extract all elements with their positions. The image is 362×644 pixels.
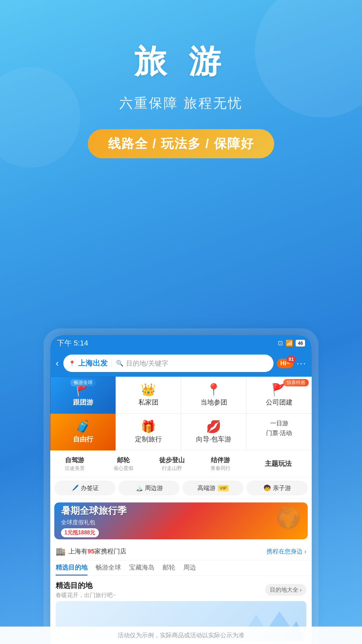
dest-subtitle: 春暖花开，出门旅行吧~ bbox=[56, 591, 116, 599]
search-bar[interactable]: 📍 上海出发 🔍 目的地/关键字 bbox=[63, 355, 274, 372]
row-item-hiking[interactable]: 徒步登山 行走山野 bbox=[147, 453, 196, 474]
theme-label: 主题玩法 bbox=[265, 459, 292, 468]
store-count: 95 bbox=[87, 548, 95, 555]
search-input[interactable]: 目的地/关键字 bbox=[126, 359, 168, 368]
search-magnifier-icon: 🔍 bbox=[116, 360, 123, 367]
local-tour-label: 当地参团 bbox=[200, 398, 227, 407]
tab-nearby[interactable]: 周边 bbox=[183, 563, 196, 576]
notification-badge: 81 bbox=[287, 356, 296, 363]
dest-header-text: 精选目的地 春暖花开，出门旅行吧~ bbox=[56, 581, 116, 599]
vip-badge: VIP bbox=[218, 485, 229, 491]
daytrip-label: 一日游 bbox=[270, 419, 288, 428]
tab-cruise[interactable]: 邮轮 bbox=[163, 563, 175, 576]
tag-row-section: 🖊️ 办签证 🏔️ 周边游 高端游 VIP 🧒 亲子游 bbox=[50, 477, 312, 499]
tag-nearby[interactable]: 🏔️ 周边游 bbox=[118, 481, 180, 495]
category-group-tour[interactable]: 畅游全球 🚩 跟团游 bbox=[50, 377, 116, 414]
hiking-label: 徒步登山 bbox=[159, 456, 185, 465]
row-item-cruise[interactable]: 邮轮 省心度假 bbox=[99, 453, 147, 474]
self-drive-label: 自驾游 bbox=[65, 456, 84, 465]
category-custom-trip[interactable]: 🎁 定制旅行 bbox=[116, 414, 181, 450]
companion-label: 结伴游 bbox=[211, 456, 230, 465]
group-tour-badge: 畅游全球 bbox=[70, 379, 96, 386]
local-tour-icon: 📍 bbox=[206, 384, 221, 396]
luxury-label: 高端游 bbox=[197, 484, 216, 492]
phone-container: 下午 5:14 ⊡ 📶 46 ‹ 📍 上海出发 🔍 目的地/关键字 Hi~ 81 bbox=[44, 328, 318, 644]
nav-actions: Hi~ 81 ··· bbox=[277, 358, 306, 369]
store-left: 🏬 上海有95家携程门店 bbox=[56, 547, 126, 556]
row-item-companion[interactable]: 结伴游 青春同行 bbox=[196, 453, 245, 474]
store-link[interactable]: 携程在您身边 › bbox=[266, 547, 306, 555]
private-tour-icon: 👑 bbox=[141, 384, 156, 396]
category-free-trip[interactable]: 🧳 自由行 bbox=[50, 414, 116, 450]
status-time: 下午 5:14 bbox=[57, 338, 88, 348]
free-trip-label: 自由行 bbox=[73, 435, 93, 444]
category-daytrip[interactable]: 一日游 门票·活动 bbox=[246, 414, 312, 450]
store-text: 上海有95家携程门店 bbox=[68, 547, 126, 556]
corporate-badge: 惊喜特惠 bbox=[283, 379, 309, 386]
category-guide-car[interactable]: 💋 向导·包车游 bbox=[181, 414, 246, 450]
dest-title: 精选目的地 bbox=[56, 581, 116, 591]
banner-subtitle: 全球度假礼包 bbox=[61, 519, 127, 526]
family-label: 亲子游 bbox=[273, 484, 291, 492]
tag-luxury[interactable]: 高端游 VIP bbox=[182, 481, 244, 495]
hero-badge[interactable]: 线路全 / 玩法多 / 保障好 bbox=[88, 129, 274, 158]
family-icon: 🧒 bbox=[263, 484, 271, 492]
companion-sub: 青春同行 bbox=[210, 465, 231, 472]
guide-car-label: 向导·包车游 bbox=[196, 435, 232, 444]
private-tour-label: 私家团 bbox=[138, 398, 159, 407]
self-drive-sub: 沿途美景 bbox=[65, 465, 85, 472]
category-corporate[interactable]: 惊喜特惠 🚩 公司团建 bbox=[246, 377, 312, 414]
hiking-sub: 行走山野 bbox=[162, 465, 182, 472]
custom-trip-icon: 🎁 bbox=[141, 421, 156, 433]
category-private-tour[interactable]: 👑 私家团 bbox=[116, 377, 181, 414]
disclaimer-text: 活动仅为示例，实际商品或活动以实际公示为准 bbox=[0, 627, 362, 644]
hero-section: 旅 游 六重保障 旅程无忧 线路全 / 玩法多 / 保障好 bbox=[0, 0, 362, 178]
banner-title: 暑期全球旅行季 bbox=[61, 504, 127, 517]
row-items-section: 自驾游 沿途美景 邮轮 省心度假 徒步登山 行走山野 结伴游 青春同行 主题玩法 bbox=[50, 450, 312, 477]
store-icon: 🏬 bbox=[56, 547, 66, 556]
more-options-button[interactable]: ··· bbox=[297, 358, 306, 369]
dest-all-button[interactable]: 目的地大全 › bbox=[265, 584, 306, 596]
visa-icon: 🖊️ bbox=[71, 484, 79, 492]
tab-selected-dest[interactable]: 精选目的地 bbox=[56, 563, 87, 576]
nearby-icon: 🏔️ bbox=[135, 484, 143, 492]
ticket-label: 门票·活动 bbox=[266, 428, 292, 438]
tag-visa[interactable]: 🖊️ 办签证 bbox=[54, 481, 116, 495]
status-bar: 下午 5:14 ⊡ 📶 46 bbox=[50, 335, 312, 351]
category-local-tour[interactable]: 📍 当地参团 bbox=[181, 377, 246, 414]
cruise-label: 邮轮 bbox=[117, 456, 130, 465]
banner-bg-decoration: 🌍 bbox=[276, 506, 301, 530]
hi-button[interactable]: Hi~ 81 bbox=[277, 359, 293, 368]
nearby-label: 周边游 bbox=[145, 484, 163, 492]
nav-bar: ‹ 📍 上海出发 🔍 目的地/关键字 Hi~ 81 ··· bbox=[50, 351, 312, 377]
departure-location[interactable]: 上海出发 bbox=[78, 358, 108, 368]
dest-header: 精选目的地 春暖花开，出门旅行吧~ 目的地大全 › bbox=[56, 581, 306, 599]
corporate-label: 公司团建 bbox=[266, 398, 293, 407]
tab-treasure-island[interactable]: 宝藏海岛 bbox=[129, 563, 155, 576]
tag-family[interactable]: 🧒 亲子游 bbox=[246, 481, 308, 495]
location-pin-icon: 📍 bbox=[69, 360, 75, 367]
banner-text-area: 暑期全球旅行季 全球度假礼包 1元抵1888元 bbox=[61, 504, 127, 537]
screen-icon: ⊡ bbox=[278, 339, 283, 347]
cruise-sub: 省心度假 bbox=[113, 465, 133, 472]
hero-subtitle: 六重保障 旅程无忧 bbox=[0, 94, 362, 112]
status-icons: ⊡ 📶 46 bbox=[278, 339, 305, 347]
promo-banner[interactable]: 暑期全球旅行季 全球度假礼包 1元抵1888元 🌍 bbox=[54, 502, 308, 539]
search-divider bbox=[112, 359, 112, 367]
hero-title: 旅 游 bbox=[0, 40, 362, 84]
row-item-theme[interactable]: 主题玩法 bbox=[245, 453, 312, 474]
store-info-section: 🏬 上海有95家携程门店 携程在您身边 › bbox=[50, 543, 312, 560]
guide-car-icon: 💋 bbox=[206, 421, 221, 433]
custom-trip-label: 定制旅行 bbox=[135, 435, 162, 444]
phone-inner: 下午 5:14 ⊡ 📶 46 ‹ 📍 上海出发 🔍 目的地/关键字 Hi~ 81 bbox=[50, 335, 312, 644]
battery-level: 46 bbox=[296, 340, 305, 346]
category-grid-row2: 🧳 自由行 🎁 定制旅行 💋 向导·包车游 一日游 门票·活动 bbox=[50, 414, 312, 450]
row-item-self-drive[interactable]: 自驾游 沿途美景 bbox=[50, 453, 99, 474]
free-trip-icon: 🧳 bbox=[75, 421, 90, 433]
group-tour-label: 跟团游 bbox=[73, 398, 93, 407]
tabs-row: 精选目的地 畅游全球 宝藏海岛 邮轮 周边 bbox=[50, 560, 312, 576]
tab-free-tour[interactable]: 畅游全球 bbox=[96, 563, 121, 576]
back-button[interactable]: ‹ bbox=[56, 358, 59, 369]
banner-discount: 1元抵1888元 bbox=[61, 528, 99, 537]
category-grid-row1: 畅游全球 🚩 跟团游 👑 私家团 📍 当地参团 惊喜特惠 🚩 公司团建 bbox=[50, 377, 312, 414]
